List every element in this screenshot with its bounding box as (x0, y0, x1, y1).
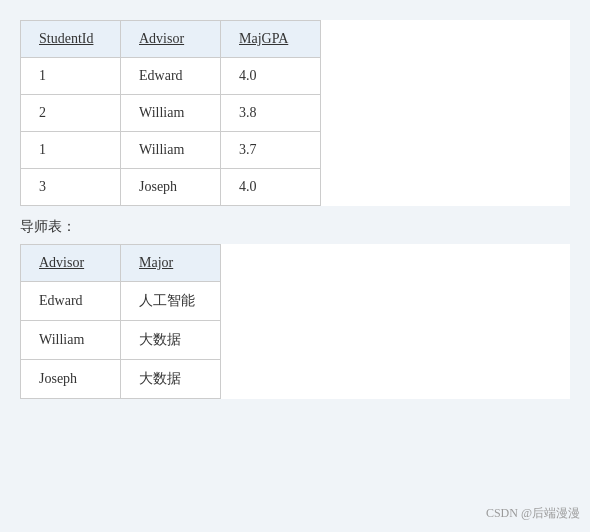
table-cell: William (121, 95, 221, 132)
table-row: 2William3.8 (21, 95, 321, 132)
table2-container: Advisor Major Edward人工智能William大数据Joseph… (20, 244, 570, 399)
table-cell: Joseph (121, 169, 221, 206)
table-cell: 人工智能 (121, 282, 221, 321)
watermark: CSDN @后端漫漫 (486, 505, 580, 522)
col-majgpa: MajGPA (221, 21, 321, 58)
table-cell: 大数据 (121, 360, 221, 399)
student-table: StudentId Advisor MajGPA 1Edward4.02Will… (20, 20, 321, 206)
table-cell: 3.7 (221, 132, 321, 169)
table-cell: 1 (21, 132, 121, 169)
table-row: 1William3.7 (21, 132, 321, 169)
section-label: 导师表： (20, 218, 570, 236)
table-cell: Edward (21, 282, 121, 321)
table-cell: 3 (21, 169, 121, 206)
advisor-table: Advisor Major Edward人工智能William大数据Joseph… (20, 244, 221, 399)
table-cell: Edward (121, 58, 221, 95)
col-studentid: StudentId (21, 21, 121, 58)
table-cell: Joseph (21, 360, 121, 399)
table-cell: 2 (21, 95, 121, 132)
table-cell: 4.0 (221, 169, 321, 206)
table-cell: 3.8 (221, 95, 321, 132)
table-cell: 4.0 (221, 58, 321, 95)
col-advisor2: Advisor (21, 245, 121, 282)
table2-header-row: Advisor Major (21, 245, 221, 282)
table1-container: StudentId Advisor MajGPA 1Edward4.02Will… (20, 20, 570, 206)
table-row: 3Joseph4.0 (21, 169, 321, 206)
table-cell: 大数据 (121, 321, 221, 360)
table-row: William大数据 (21, 321, 221, 360)
col-advisor: Advisor (121, 21, 221, 58)
table1-header-row: StudentId Advisor MajGPA (21, 21, 321, 58)
table-row: Edward人工智能 (21, 282, 221, 321)
table-cell: William (121, 132, 221, 169)
table-cell: 1 (21, 58, 121, 95)
col-major: Major (121, 245, 221, 282)
table-row: Joseph大数据 (21, 360, 221, 399)
table-cell: William (21, 321, 121, 360)
table-row: 1Edward4.0 (21, 58, 321, 95)
